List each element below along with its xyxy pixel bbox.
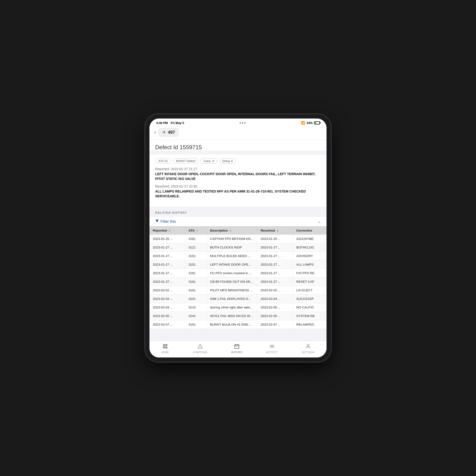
cell-resolved: 2023-02-02 ... [257, 286, 293, 295]
tag: MAINT Defect [173, 158, 199, 164]
cell-description: FO PFD screen cracked in ... [206, 269, 257, 277]
svg-rect-2 [163, 346, 165, 348]
table-row[interactable]: 2023-02-04 ... 3141 IOM 1 FAIL DISPLAYED… [150, 295, 326, 303]
cell-ata: 3151 [185, 260, 206, 269]
table-header: Reported ≡ ATA ≡ Description ≡ Resolved … [150, 226, 326, 235]
aircraft-icon: ✈ [162, 130, 166, 135]
dot2 [242, 122, 243, 123]
cell-reported: 2023-02-05 ... [150, 312, 185, 320]
cell-corrective: BOTHCLOC [293, 243, 326, 252]
related-history-title: RELATED HISTORY [150, 206, 326, 217]
cell-resolved: 2023-02-07 ... [257, 320, 293, 329]
table-row[interactable]: 2023-02-05 ... 3141 WTG1 FAIL MSG ON ED … [150, 312, 326, 320]
cell-ata: 3110 [185, 303, 206, 312]
defect-header: Defect Id 1559715 [150, 140, 326, 151]
nav-label-history: HISTORY [231, 351, 242, 354]
battery-icon [314, 121, 320, 124]
table-row[interactable]: 2023-02-04 ... 3110 durring climb right … [150, 303, 326, 312]
filter-icon [155, 219, 159, 224]
tag: Delay 0 [219, 158, 236, 164]
cell-reported: 2023-01-27 ... [150, 243, 185, 252]
cell-ata: 3161 [185, 286, 206, 295]
cell-description: WTG1 FAIL MSG ON ED IN ... [206, 312, 257, 320]
table-row[interactable]: 2023-01-27 ... 3151 MULTIPLE BULBS NEED … [150, 252, 326, 260]
table-row[interactable]: 2023-01-27 ... 3151 LEFT INTAKE DOOR OPE… [150, 260, 326, 269]
chevron-down-icon[interactable]: ⌄ [318, 219, 321, 224]
sort-resolved-icon: ≡ [277, 229, 278, 232]
nav-item-home[interactable]: HOME [157, 343, 173, 355]
nav-icon-symptoms: ! [198, 344, 203, 350]
dot1 [240, 122, 241, 123]
cell-resolved: 2023-02-04 ... [257, 295, 293, 303]
cell-ata: 3121 [185, 243, 206, 252]
col-corrective[interactable]: Corrective [293, 226, 326, 235]
status-date: Fri May 5 [171, 121, 184, 125]
col-resolved[interactable]: Resolved ≡ [257, 226, 293, 235]
cell-ata: 3161 [185, 277, 206, 286]
sort-reported-icon: ≡ [169, 229, 170, 232]
sort-ata-icon: ≡ [196, 229, 198, 232]
battery-fill [315, 122, 316, 124]
cell-description: CAPTAIN PFD BRT/DIM KNOB ... [206, 235, 257, 243]
cell-corrective: SYSTEM RE [293, 312, 326, 320]
status-time: 4:40 PM [156, 121, 168, 125]
filter-button[interactable]: Filter this [155, 219, 176, 224]
back-button[interactable]: ‹ [154, 130, 156, 135]
cell-resolved: 2023-02-05 ... [257, 312, 293, 320]
reported-label: Reported: 2023-01-27 21:17 [155, 167, 321, 171]
cell-corrective: ADVISORY [293, 252, 326, 260]
table-row[interactable]: 2023-02-07 ... 3151 BURNT BULB ON #1 ENG… [150, 320, 326, 329]
tag: Canc. 0 [200, 158, 217, 164]
table-body: 2023-01-25 ... 3161 CAPTAIN PFD BRT/DIM … [150, 235, 326, 329]
table-row[interactable]: 2023-01-27 ... 3161 FO PFD screen cracke… [150, 269, 326, 277]
cell-ata: 3161 [185, 235, 206, 243]
cell-corrective: RELAMPED [293, 320, 326, 329]
cell-reported: 2023-01-27 ... [150, 269, 185, 277]
main-content: Defect Id 1559715 ATA 31MAINT DefectCanc… [150, 140, 326, 340]
resolved-section: Resolved: 2023-01-27 22:30 ALL LAMPS REL… [155, 185, 321, 199]
svg-rect-1 [165, 344, 167, 346]
col-reported[interactable]: Reported ≡ [150, 226, 185, 235]
cell-resolved: 2023-01-27 ... [257, 269, 293, 277]
svg-rect-0 [163, 344, 165, 346]
cell-reported: 2023-02-04 ... [150, 303, 185, 312]
history-table-container: Reported ≡ ATA ≡ Description ≡ Resolved … [150, 226, 326, 329]
table-row[interactable]: 2023-01-27 ... 3161 CB B5 FOUND OUT ON A… [150, 277, 326, 286]
col-description[interactable]: Description ≡ [206, 226, 257, 235]
nav-icon-settings [306, 344, 311, 350]
cell-corrective: NO CAUTIC [293, 303, 326, 312]
nav-item-history[interactable]: HISTORY [227, 343, 246, 355]
cell-reported: 2023-02-04 ... [150, 295, 185, 303]
battery-pct: 34% [306, 121, 313, 125]
aircraft-number: 497 [168, 130, 175, 135]
tag: ATA 31 [155, 158, 171, 164]
table-row[interactable]: 2023-01-27 ... 3121 BOTH CLOCKS INOP 202… [150, 243, 326, 252]
nav-item-activity[interactable]: ACTIVITY [262, 343, 282, 355]
cell-reported: 2023-01-27 ... [150, 277, 185, 286]
cell-description: BURNT BULB ON #1 ENG ... [206, 320, 257, 329]
col-ata[interactable]: ATA ≡ [185, 226, 206, 235]
cell-resolved: 2023-01-27 ... [257, 260, 293, 269]
cell-corrective: RESET CAF [293, 277, 326, 286]
cell-resolved: 2023-01-27 ... [257, 252, 293, 260]
nav-item-symptoms[interactable]: !SYMPTOMS [189, 343, 211, 355]
cell-corrective: ADJUSTME [293, 235, 326, 243]
cell-ata: 3141 [185, 312, 206, 320]
tags-row: ATA 31MAINT DefectCanc. 0Delay 0 [155, 158, 321, 164]
resolved-text: ALL LAMPS RELAMPED AND TESTED NFF AS PER… [155, 189, 321, 199]
cell-description: MULTIPLE BULBS NEED ... [206, 252, 257, 260]
cell-ata: 3151 [185, 320, 206, 329]
nav-icon-history [234, 344, 239, 350]
cell-description: BOTH CLOCKS INOP [206, 243, 257, 252]
wifi-icon: 📶 [301, 121, 305, 125]
cell-corrective: F/O PFD RE [293, 269, 326, 277]
table-row[interactable]: 2023-02-02 ... 3161 PILOT MFD BRIGHTNESS… [150, 286, 326, 295]
cell-ata: 3161 [185, 269, 206, 277]
table-row[interactable]: 2023-01-25 ... 3161 CAPTAIN PFD BRT/DIM … [150, 235, 326, 243]
nav-icon-home [163, 344, 168, 350]
dot3 [244, 122, 246, 123]
status-right: 📶 34% [301, 121, 320, 125]
cell-reported: 2023-02-07 ... [150, 320, 185, 329]
nav-item-settings[interactable]: SETTINGS [298, 343, 319, 355]
device-screen: 4:40 PM Fri May 5 📶 34% ‹ ✈ 497 [150, 119, 326, 357]
